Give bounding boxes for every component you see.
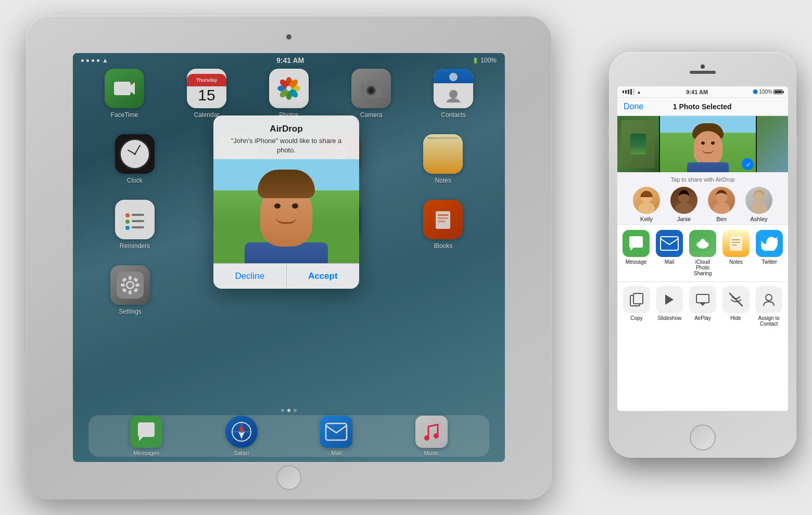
copy-label: Copy [630, 315, 642, 321]
accept-button[interactable]: Accept [287, 264, 360, 289]
iphone-signal: ▲ [623, 88, 641, 95]
svg-marker-85 [700, 303, 706, 306]
ben-name: Ben [716, 216, 727, 222]
svg-point-76 [700, 239, 705, 244]
ben-avatar [708, 187, 735, 214]
dialog-title: AirDrop [224, 124, 349, 134]
action-airplay[interactable]: AirPlay [688, 286, 717, 327]
ashley-avatar [745, 187, 772, 214]
copy-icon [623, 286, 650, 313]
photo-thumb-1[interactable] [617, 116, 659, 172]
share-twitter[interactable]: Twitter [755, 230, 784, 276]
iphone-screen: ▲ 9:41 AM 🔵 100% Done 1 Photo Selected [617, 86, 788, 411]
assign-icon [755, 286, 782, 313]
dialog-photo [213, 159, 359, 263]
janie-avatar [670, 187, 697, 214]
share-messages-icon [623, 230, 650, 257]
svg-point-87 [766, 294, 772, 301]
svg-rect-78 [732, 239, 740, 240]
svg-point-68 [713, 202, 730, 214]
iphone-volume-down[interactable] [607, 146, 609, 161]
action-slideshow[interactable]: Slideshow [655, 286, 684, 327]
share-mail-label: Mail [665, 259, 674, 265]
ipad-device: ▲ 9:41 AM 🔋 100% [26, 16, 552, 499]
share-twitter-label: Twitter [762, 259, 777, 265]
share-icloud-icon [689, 230, 716, 257]
share-notes[interactable]: Notes [721, 230, 751, 276]
photo-strip: ✓ [617, 116, 788, 172]
svg-rect-71 [661, 237, 678, 250]
airdrop-section: Tap to share with AirDrop Kelly Janie [617, 172, 788, 224]
share-messages-label: Message [626, 259, 647, 265]
svg-point-70 [751, 202, 767, 214]
share-message[interactable]: Message [621, 230, 651, 276]
svg-rect-82 [633, 293, 643, 304]
kelly-name: Kelly [640, 216, 653, 222]
iphone-header: Done 1 Photo Selected [617, 98, 788, 116]
iphone-time: 9:41 AM [686, 89, 708, 95]
action-row: Copy Slideshow AirPlay [617, 281, 788, 331]
airdrop-contacts: Kelly Janie Ben [624, 187, 782, 222]
ipad-camera [286, 34, 291, 40]
dialog-buttons: Decline Accept [213, 263, 359, 289]
decline-button[interactable]: Decline [213, 264, 287, 289]
contact-kelly[interactable]: Kelly [633, 187, 660, 222]
scene: ▲ 9:41 AM 🔋 100% [0, 0, 812, 515]
iphone-statusbar: ▲ 9:41 AM 🔵 100% [617, 86, 788, 98]
share-notes-icon [722, 230, 750, 257]
assign-label: Assign to Contact [754, 315, 783, 327]
svg-rect-84 [696, 294, 709, 303]
share-row: Message Mail [617, 224, 788, 281]
slideshow-label: Slideshow [658, 315, 682, 321]
svg-marker-83 [665, 294, 674, 305]
share-mail[interactable]: Mail [655, 230, 684, 276]
ipad-screen: ▲ 9:41 AM 🔋 100% [73, 53, 505, 462]
hide-icon [722, 286, 750, 313]
iphone-power-button[interactable] [796, 135, 798, 161]
dialog-header: AirDrop "John's iPhone" would like to sh… [213, 115, 359, 159]
share-icloud-label: iCloud Photo Sharing [688, 259, 717, 276]
share-icloud[interactable]: iCloud Photo Sharing [688, 230, 717, 276]
contact-ben[interactable]: Ben [708, 187, 735, 222]
action-assign[interactable]: Assign to Contact [754, 286, 783, 327]
ashley-name: Ashley [750, 216, 767, 222]
share-twitter-icon [756, 230, 783, 257]
hide-label: Hide [730, 315, 741, 321]
airdrop-dialog: AirDrop "John's iPhone" would like to sh… [213, 115, 359, 289]
iphone-home-button[interactable] [690, 424, 716, 450]
airdrop-label: Tap to share with AirDrop [624, 176, 782, 183]
janie-name: Janie [677, 216, 691, 222]
action-hide[interactable]: Hide [721, 286, 751, 327]
share-notes-label: Notes [729, 259, 743, 265]
iphone-title: 1 Photo Selected [673, 102, 732, 111]
iphone-done-button[interactable]: Done [624, 102, 643, 111]
action-copy[interactable]: Copy [622, 286, 651, 327]
kelly-avatar [633, 187, 660, 214]
iphone-device: ▲ 9:41 AM 🔵 100% Done 1 Photo Selected [609, 52, 796, 458]
svg-point-64 [638, 202, 655, 214]
iphone-speaker [690, 71, 716, 74]
ipad-home-button[interactable] [276, 465, 301, 490]
photo-thumb-3[interactable] [757, 116, 788, 172]
iphone-battery-area: 🔵 100% [753, 89, 783, 95]
dialog-message: "John's iPhone" would like to share a ph… [224, 136, 349, 155]
airplay-icon [689, 286, 716, 313]
share-mail-icon [656, 230, 683, 257]
svg-point-66 [676, 202, 692, 214]
iphone-volume-up[interactable] [607, 125, 609, 140]
contact-janie[interactable]: Janie [670, 187, 697, 222]
photo-selected-check: ✓ [742, 158, 753, 170]
svg-rect-80 [732, 244, 737, 246]
airplay-label: AirPlay [694, 315, 711, 321]
contact-ashley[interactable]: Ashley [745, 187, 772, 222]
photo-thumb-2[interactable]: ✓ [660, 116, 756, 172]
slideshow-icon [656, 286, 683, 313]
svg-rect-79 [732, 242, 740, 243]
iphone-battery: 100% [759, 89, 772, 95]
svg-rect-77 [730, 236, 742, 251]
iphone-camera [701, 65, 705, 69]
